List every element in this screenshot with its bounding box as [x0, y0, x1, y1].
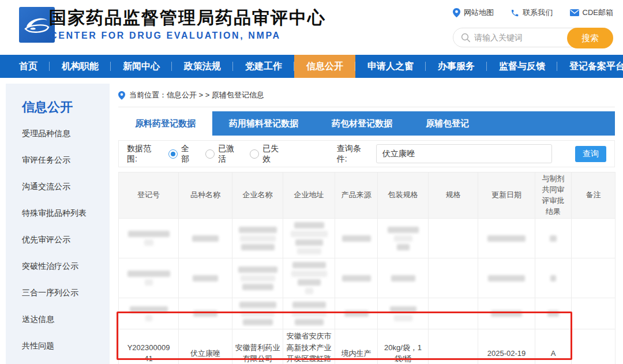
redacted-cell	[535, 258, 572, 298]
tab[interactable]: 药用辅料登记数据	[212, 111, 315, 136]
redacted-text-block	[550, 235, 557, 242]
redacted-text-block	[397, 244, 410, 250]
scope-radio-option[interactable]: 全部	[168, 144, 195, 164]
nav-item[interactable]: 机构职能	[50, 55, 111, 78]
redacted-cell	[232, 219, 283, 258]
redacted-text-block	[238, 267, 277, 273]
sidebar-item[interactable]: 临床试验默示许可	[6, 359, 110, 364]
sitemap-label: 网站地图	[464, 7, 494, 18]
redacted-cell	[283, 258, 335, 298]
query-label: 查询条件:	[337, 144, 369, 164]
main-nav: 首页机构职能新闻中心政策法规党建工作信息公开申请人之窗办事服务监督与反馈登记备案…	[0, 55, 623, 78]
table-row[interactable]	[119, 258, 616, 298]
redacted-text-block	[394, 235, 412, 242]
highlighted-table-row[interactable]: Y20230000941伏立康唑安徽普利药业有限公司安徽省安庆市高新技术产业开发…	[119, 329, 616, 364]
redacted-text-block	[488, 275, 525, 282]
table-row[interactable]	[119, 219, 616, 258]
redacted-cell	[179, 298, 232, 329]
redacted-text-block	[342, 235, 371, 242]
tab[interactable]: 药包材登记数据	[315, 111, 409, 136]
redacted-cell	[119, 298, 179, 329]
breadcrumb-pin-icon	[118, 91, 125, 100]
nav-item[interactable]: 政策法规	[172, 55, 233, 78]
contact-link[interactable]: 联系我们	[511, 7, 553, 18]
redacted-text-block	[294, 222, 324, 228]
redacted-text-block	[127, 271, 170, 277]
redacted-cell	[429, 298, 478, 329]
redacted-text-block	[241, 275, 275, 282]
table-header-row: 登记号品种名称企业名称企业地址产品来源包装规格规格更新日期与制剂共同审评审批结果…	[119, 172, 616, 219]
tab[interactable]: 原辅包登记	[409, 111, 486, 136]
cde-mail-link[interactable]: CDE邮箱	[570, 7, 613, 18]
sidebar-items: 受理品种信息审评任务公示沟通交流公示特殊审批品种列表优先审评公示突破性治疗公示三…	[6, 121, 110, 364]
swan-logo-icon	[22, 10, 52, 40]
redacted-text-block	[239, 227, 277, 233]
redacted-text-block	[390, 306, 416, 313]
redacted-text-block	[295, 319, 324, 325]
column-header: 与制剂共同审评审批结果	[535, 172, 572, 219]
redacted-text-block	[145, 279, 153, 286]
sidebar-item[interactable]: 受理品种信息	[6, 121, 110, 147]
sidebar-item[interactable]: 沟通交流公示	[6, 174, 110, 200]
sitemap-link[interactable]: 网站地图	[453, 7, 494, 18]
nav-item[interactable]: 办事服务	[426, 55, 487, 78]
nav-item[interactable]: 登记备案平台	[557, 55, 623, 78]
site-search-input[interactable]	[474, 29, 561, 46]
redacted-cell	[478, 258, 535, 298]
column-header: 更新日期	[478, 172, 535, 219]
redacted-text-block	[394, 315, 412, 321]
redacted-cell	[429, 258, 478, 298]
nav-item[interactable]: 信息公开	[294, 55, 355, 78]
redacted-cell	[429, 219, 478, 258]
redacted-text-block	[130, 306, 168, 313]
sidebar-title: 信息公开	[6, 84, 110, 121]
location-pin-icon	[453, 8, 460, 17]
query-input[interactable]	[376, 144, 552, 163]
column-header: 企业名称	[232, 172, 283, 219]
table-row[interactable]	[119, 298, 616, 329]
redacted-text-block	[239, 302, 276, 308]
column-header: 规格	[429, 172, 478, 219]
sidebar-item[interactable]: 审评任务公示	[6, 147, 110, 174]
sidebar-item[interactable]: 三合一序列公示	[6, 280, 110, 306]
redacted-text-block	[241, 310, 275, 317]
redacted-cell	[378, 298, 429, 329]
redacted-text-block	[292, 310, 326, 317]
redacted-text-block	[305, 288, 313, 294]
tab[interactable]: 原料药登记数据	[118, 111, 212, 136]
nav-item[interactable]: 首页	[7, 55, 50, 78]
page-subtitle: CENTER FOR DRUG EVALUATION, NMPA	[50, 31, 281, 41]
nav-item[interactable]: 新闻中心	[111, 55, 172, 78]
nav-item[interactable]: 申请人之窗	[355, 55, 426, 78]
sidebar-item[interactable]: 送达信息	[6, 306, 110, 333]
table-cell	[572, 329, 616, 364]
redacted-text-block	[144, 239, 153, 246]
sidebar-item[interactable]: 优先审评公示	[6, 227, 110, 253]
redacted-text-block	[388, 227, 419, 233]
redacted-cell	[179, 219, 232, 258]
scope-label: 数据范围:	[127, 144, 159, 164]
breadcrumb-text: 当前位置：信息公开 > > 原辅包登记信息	[129, 90, 264, 100]
sidebar-item[interactable]: 突破性治疗公示	[6, 253, 110, 280]
radio-icon[interactable]	[205, 149, 215, 159]
redacted-text-block	[547, 310, 559, 317]
nav-item[interactable]: 监督与反馈	[487, 55, 557, 78]
scope-radio-option[interactable]: 已失效	[250, 144, 284, 164]
redacted-text-block	[342, 275, 371, 282]
radio-icon[interactable]	[250, 149, 259, 159]
nav-item[interactable]: 党建工作	[233, 55, 294, 78]
sidebar-item[interactable]: 共性问题	[6, 333, 110, 359]
table-cell: 安徽普利药业有限公司	[232, 329, 283, 364]
scope-radio-option[interactable]: 已激活	[205, 144, 239, 164]
query-button[interactable]: 查询	[575, 146, 606, 162]
redacted-text-block	[241, 244, 275, 250]
sidebar-item[interactable]: 特殊审批品种列表	[6, 200, 110, 227]
site-search-button[interactable]: 搜索	[567, 28, 613, 48]
redacted-text-block	[292, 302, 326, 308]
filter-bar: 数据范围: 全部已激活已失效 查询条件: 查询	[118, 140, 615, 167]
radio-icon[interactable]	[168, 149, 178, 159]
redacted-cell	[283, 219, 335, 258]
column-header: 登记号	[119, 172, 179, 219]
radio-label: 已失效	[262, 144, 284, 164]
redacted-cell	[335, 258, 378, 298]
